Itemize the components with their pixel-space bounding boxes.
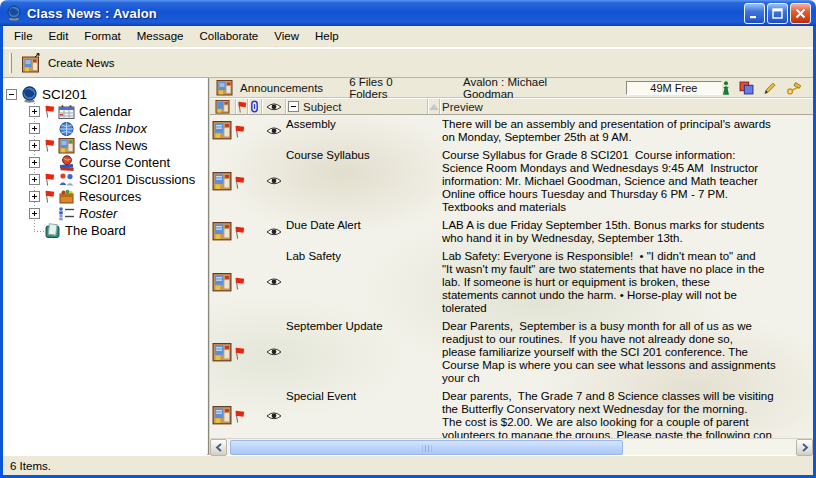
tree-item-roster[interactable]: Roster	[3, 205, 207, 222]
message-row-assembly[interactable]: Assembly There will be an assembly and p…	[210, 115, 813, 146]
tree-item-class-inbox[interactable]: Class Inbox	[3, 120, 207, 137]
preview-column-label: Preview	[442, 101, 483, 113]
tree-item-label: Course Content	[79, 155, 170, 170]
horizontal-scrollbar[interactable]	[210, 438, 813, 455]
infobar-status-icons	[722, 81, 807, 95]
menu-file[interactable]: File	[6, 27, 41, 46]
column-subject[interactable]: Subject	[286, 99, 428, 114]
tree-item-resources[interactable]: Resources	[3, 188, 207, 205]
file-counts-label: 6 Files 0 Folders	[349, 76, 431, 100]
expand-expander-icon[interactable]	[29, 140, 40, 151]
announcements-icon	[216, 80, 233, 96]
eye-icon	[266, 411, 282, 421]
expand-expander-icon[interactable]	[29, 123, 40, 134]
scrollbar-thumb[interactable]	[230, 440, 623, 455]
tree: SCI201 Calendar	[3, 78, 207, 239]
scroll-left-button[interactable]	[210, 439, 227, 456]
edit-pencil-icon[interactable]	[763, 81, 777, 95]
create-news-label: Create News	[48, 57, 114, 69]
permissions-key-pencil-icon[interactable]	[786, 81, 803, 95]
tree-item-label: Calendar	[79, 104, 132, 119]
toolbar-gripper[interactable]	[9, 53, 12, 73]
message-list-pane: Announcements 6 Files 0 Folders Avalon :…	[210, 78, 813, 455]
eye-icon	[266, 277, 282, 287]
online-user-icon[interactable]	[722, 81, 730, 95]
tree-item-sci201[interactable]: SCI201	[3, 86, 207, 103]
column-item-icon[interactable]	[210, 99, 236, 114]
main-area: SCI201 Calendar	[3, 78, 813, 455]
menu-bar: File Edit Format Message Collaborate Vie…	[3, 26, 813, 47]
news-item-icon	[212, 222, 232, 241]
message-row-september-update[interactable]: September Update Dear Parents, September…	[210, 317, 813, 387]
flag-icon	[44, 173, 55, 186]
board-icon	[44, 222, 61, 239]
server-user-label: Avalon : Michael Goodman	[463, 76, 596, 100]
application-window: Class News : Avalon File Edit Format Mes…	[0, 0, 816, 478]
scroll-right-button[interactable]	[796, 439, 813, 456]
menu-collaborate[interactable]: Collaborate	[191, 27, 266, 46]
message-row-special-event[interactable]: Special Event Dear parents, The Grade 7 …	[210, 387, 813, 438]
news-item-icon	[212, 406, 232, 425]
menu-message[interactable]: Message	[129, 27, 192, 46]
free-space-label: 49M Free	[650, 82, 697, 94]
globe-icon	[21, 86, 38, 103]
close-button[interactable]	[790, 3, 811, 24]
list-column-header: Subject Preview	[210, 98, 813, 115]
tree-item-the-board[interactable]: The Board	[3, 222, 207, 239]
window-globe-icon	[5, 5, 22, 22]
menu-format[interactable]: Format	[76, 27, 128, 46]
tree-item-label: The Board	[65, 223, 126, 238]
expand-expander-icon[interactable]	[29, 157, 40, 168]
flag-icon	[234, 225, 245, 238]
tree-item-calendar[interactable]: Calendar	[3, 103, 207, 120]
column-flag-icon[interactable]	[236, 99, 248, 114]
layers-icon[interactable]	[739, 81, 754, 95]
flag-icon	[234, 276, 245, 289]
menu-view[interactable]: View	[266, 27, 307, 46]
expand-expander-icon[interactable]	[29, 191, 40, 202]
expand-expander-icon[interactable]	[29, 174, 40, 185]
message-row-lab-safety[interactable]: Lab Safety Lab Safety: Everyone is Respo…	[210, 247, 813, 317]
message-preview: Dear Parents, September is a busy month …	[440, 317, 813, 387]
message-icon-cell	[210, 387, 248, 438]
message-preview: There will be an assembly and presentati…	[440, 115, 813, 146]
column-read-eye-icon[interactable]	[262, 99, 286, 114]
message-preview: Dear parents, The Grade 7 and 8 Science …	[440, 387, 813, 438]
column-preview[interactable]: Preview	[440, 99, 813, 114]
window-title: Class News : Avalon	[27, 6, 157, 21]
message-preview: LAB A is due Friday September 15th. Bonu…	[440, 216, 813, 247]
minimize-button[interactable]	[744, 3, 765, 24]
conference-info-bar: Announcements 6 Files 0 Folders Avalon :…	[210, 78, 813, 98]
menu-help[interactable]: Help	[307, 27, 347, 46]
collapse-expander-icon[interactable]	[6, 89, 17, 100]
flag-icon	[234, 409, 245, 422]
tree-item-sci201-discussions[interactable]: SCI201 Discussions	[3, 171, 207, 188]
create-news-button[interactable]: Create News	[14, 51, 121, 75]
collapse-all-icon[interactable]	[288, 101, 299, 112]
maximize-button[interactable]	[767, 3, 788, 24]
roster-icon	[58, 205, 75, 222]
inbox-icon	[58, 120, 75, 137]
message-row-course-syllabus[interactable]: Course Syllabus Course Syllabus for Grad…	[210, 146, 813, 216]
news-item-icon	[212, 273, 232, 292]
news-item-icon	[212, 121, 232, 140]
message-icon-cell	[210, 216, 248, 247]
read-status-cell	[262, 317, 286, 387]
toolbar: Create News	[3, 47, 813, 78]
menu-edit[interactable]: Edit	[41, 27, 77, 46]
tree-item-course-content[interactable]: Course Content	[3, 154, 207, 171]
title-bar[interactable]: Class News : Avalon	[0, 0, 816, 26]
expand-expander-icon[interactable]	[29, 106, 40, 117]
message-row-due-date-alert[interactable]: Due Date Alert LAB A is due Friday Septe…	[210, 216, 813, 247]
message-subject: Assembly	[286, 115, 428, 146]
tree-item-class-news[interactable]: Class News	[3, 137, 207, 154]
read-status-cell	[262, 247, 286, 317]
expand-expander-icon[interactable]	[29, 208, 40, 219]
read-status-cell	[262, 216, 286, 247]
column-attachment-paperclip-icon[interactable]	[248, 99, 262, 114]
tree-item-label: Class News	[79, 138, 148, 153]
message-icon-cell	[210, 146, 248, 216]
flag-icon	[44, 190, 55, 203]
books-icon	[58, 154, 75, 171]
sort-direction-icon[interactable]	[428, 99, 440, 114]
